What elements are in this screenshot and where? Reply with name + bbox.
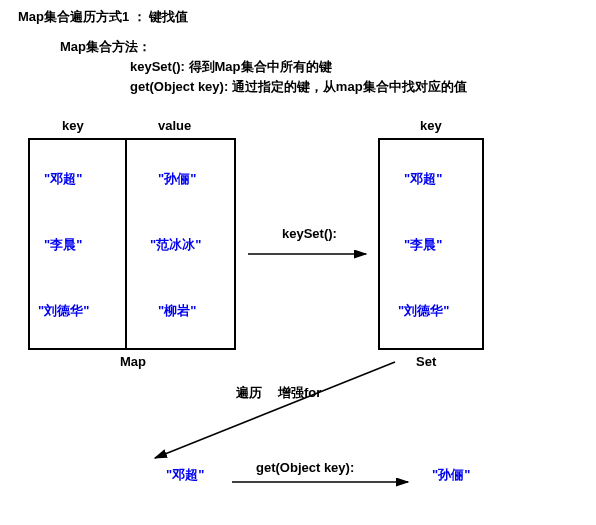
bottom-value: "孙俪" bbox=[432, 466, 470, 484]
get-arrow bbox=[0, 0, 596, 525]
